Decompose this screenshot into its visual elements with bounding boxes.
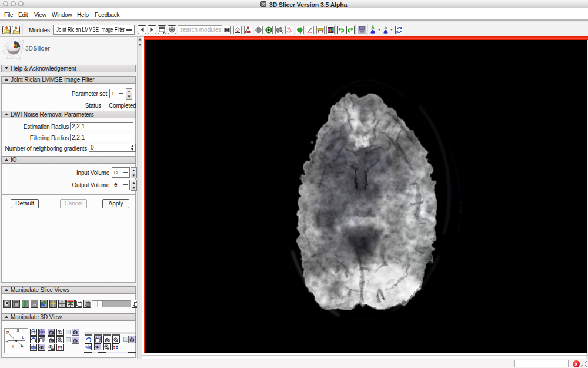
svg-text:I: I <box>12 344 14 349</box>
svg-text:P: P <box>6 331 9 335</box>
svg-text:R: R <box>6 339 9 343</box>
svg-text:S: S <box>17 329 20 333</box>
svg-text:L: L <box>22 335 25 339</box>
svg-text:A: A <box>33 301 36 307</box>
svg-text:A: A <box>21 344 24 348</box>
